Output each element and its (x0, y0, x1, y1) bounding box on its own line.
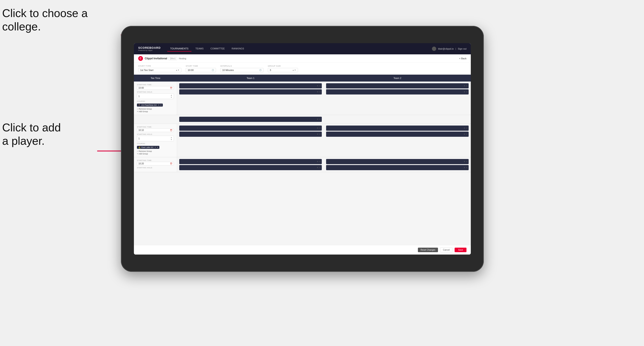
user-email: blair@clippd.io (438, 47, 454, 50)
remove-group-1[interactable]: ○ Remove Group (137, 108, 174, 110)
player-slot-4-2[interactable]: ✕ ▾ (326, 132, 469, 137)
group-size-select[interactable]: 3 ▲▼ (268, 68, 298, 72)
remove-player-icon-13[interactable]: ✕ (464, 167, 466, 169)
starting-time-input-3[interactable]: 10:20 ⏰ (137, 162, 174, 166)
nav-committee[interactable]: COMMITTEE (208, 46, 228, 52)
course-tag-2[interactable]: ⛳ East Lake GC ✕ ▾ (137, 146, 160, 149)
player-chevron-icon-10[interactable]: ▾ (320, 161, 320, 163)
nav-teams[interactable]: TEAMS (192, 46, 207, 52)
remove-player-icon-6[interactable]: ✕ (317, 127, 318, 129)
cancel-button[interactable]: Cancel (440, 247, 452, 252)
chevron-down-icon: ▲▼ (176, 69, 180, 71)
remove-player-icon-2[interactable]: ✕ (317, 91, 318, 93)
remove-player-icon-8[interactable]: ✕ (464, 127, 466, 129)
player-chevron-icon-9[interactable]: ▾ (466, 133, 467, 135)
player-chevron-icon-8[interactable]: ▾ (466, 127, 467, 129)
remove-player-icon[interactable]: ✕ (317, 85, 318, 87)
starting-time-input-1[interactable]: 10:00 ⏰ (137, 86, 174, 90)
player-slot-4-1[interactable]: ✕ ▾ (326, 126, 469, 131)
player-chevron-icon-13[interactable]: ▾ (466, 167, 467, 169)
save-button[interactable]: Save (454, 248, 466, 252)
team1-header: Team 1 (177, 76, 324, 80)
reset-button[interactable]: Reset Changes (418, 248, 438, 252)
annotation-add-player: Click to add a player. (2, 121, 61, 148)
player-slot-1-1[interactable]: ✕ ▾ (179, 83, 322, 88)
group-3-left: STARTING TIME: 10:20 ⏰ STARTING HOLE: (134, 157, 177, 172)
tablet-device: SCOREBOARD Powered by clippd TOURNAMENTS… (121, 26, 484, 272)
player-chevron-icon-11[interactable]: ▾ (320, 167, 320, 169)
starting-hole-label-3: STARTING HOLE: (137, 167, 174, 169)
remove-player-icon-9[interactable]: ✕ (464, 133, 466, 135)
start-time-group: Start Time 10:00 🕐 (186, 65, 216, 72)
group-1-left: STARTING TIME: 10:00 ⏰ STARTING HOLE: 1 … (134, 82, 177, 115)
table-row-2: STARTING TIME: 10:10 ⏰ STARTING HOLE: 1 … (134, 124, 471, 157)
course-chevron-1[interactable]: ▾ (160, 104, 162, 106)
player-slot-6-1[interactable]: ✕ ▾ (326, 159, 469, 164)
remove-player-icon-4[interactable]: ✕ (464, 91, 466, 93)
starting-time-input-2[interactable]: 10:10 ⏰ (137, 128, 174, 132)
player-slot-6-2[interactable]: ✕ ▾ (326, 165, 469, 170)
course-left-spacer (134, 115, 177, 124)
remove-player-icon-7[interactable]: ✕ (317, 133, 318, 135)
player-slot-5-1[interactable]: ✕ ▾ (179, 159, 322, 164)
remove-player-icon-5[interactable]: ✕ (317, 118, 318, 120)
nav-items: TOURNAMENTS TEAMS COMMITTEE RANKINGS (167, 46, 432, 52)
start-type-group: Start Type 1st Tee Start ▲▼ (138, 65, 182, 72)
player-slot-2-2[interactable]: ✕ ▾ (326, 89, 469, 94)
starting-time-label-3: STARTING TIME: (137, 160, 174, 161)
groups-container: STARTING TIME: 10:00 ⏰ STARTING HOLE: 1 … (134, 82, 471, 245)
remove-player-icon-12[interactable]: ✕ (464, 161, 466, 163)
clock-icon-5: ⏰ (170, 163, 172, 165)
player-chevron-icon[interactable]: ▾ (320, 85, 320, 87)
intervals-group: Intervals 10 Minutes 🕐 (220, 65, 264, 72)
player-slot-1-2[interactable]: ✕ ▾ (179, 89, 322, 94)
player-chevron-icon-2[interactable]: ▾ (320, 91, 320, 93)
group-1-actions: ○ Remove Group + Add Group (137, 108, 174, 113)
team2-col-2: ✕ ▾ ✕ ▾ (324, 124, 471, 157)
hosting-badge: Hosting (179, 57, 186, 60)
remove-player-icon-3[interactable]: ✕ (464, 85, 466, 87)
player-chevron-icon-5[interactable]: ▾ (320, 118, 320, 120)
remove-group-2[interactable]: ○ Remove Group (137, 150, 174, 152)
player-chevron-icon-4[interactable]: ▾ (466, 91, 467, 93)
group-size-label: Group Size (268, 65, 298, 67)
start-time-select[interactable]: 10:00 🕐 (186, 68, 216, 72)
player-slot-3-2[interactable]: ✕ ▾ (179, 132, 322, 137)
brand-sub: Powered by clippd (138, 49, 161, 51)
remove-course-2[interactable]: ✕ (154, 146, 156, 148)
stepper-icon-1: ▲▼ (170, 94, 172, 98)
player-slot-1-3[interactable]: ✕ ▾ (179, 117, 322, 122)
remove-player-icon-11[interactable]: ✕ (317, 167, 318, 169)
clock-icon-4: ⏰ (170, 129, 172, 131)
player-chevron-icon-12[interactable]: ▾ (466, 161, 467, 163)
remove-course-1[interactable]: ✕ (158, 104, 160, 106)
team2-col-1: ✕ ▾ ✕ ▾ (324, 82, 471, 115)
group-2-left: STARTING TIME: 10:10 ⏰ STARTING HOLE: 1 … (134, 124, 177, 157)
back-button[interactable]: < Back (459, 57, 466, 60)
start-type-select[interactable]: 1st Tee Start ▲▼ (138, 68, 182, 72)
sign-out-link[interactable]: Sign out (458, 47, 466, 50)
start-time-label: Start Time (186, 65, 216, 67)
intervals-select[interactable]: 10 Minutes 🕐 (220, 68, 264, 72)
add-group-2[interactable]: + Add Group (137, 153, 174, 155)
player-chevron-icon-3[interactable]: ▾ (466, 85, 467, 87)
player-chevron-icon-6[interactable]: ▾ (320, 127, 320, 129)
course-tag-1[interactable]: 🏌 (A) Peachtree GC ✕ ▾ (137, 104, 163, 107)
starting-hole-input-1[interactable]: 1 ▲▼ (137, 93, 174, 99)
player-slot-3-1[interactable]: ✕ ▾ (179, 126, 322, 131)
nav-rankings[interactable]: RANKINGS (229, 46, 247, 52)
clock-icon: 🕐 (212, 69, 214, 71)
player-slot-5-2[interactable]: ✕ ▾ (179, 165, 322, 170)
course-label-1: COURSE: (137, 100, 174, 102)
player-slot-2-1[interactable]: ✕ ▾ (326, 83, 469, 88)
event-title: Clippd Invitational (145, 57, 167, 60)
starting-hole-input-2[interactable]: 1 ▲▼ (137, 136, 174, 141)
tee-time-header: Tee Time (134, 76, 177, 80)
starting-hole-label-1: STARTING HOLE: (137, 91, 174, 93)
player-chevron-icon-7[interactable]: ▾ (320, 133, 320, 135)
add-group-1[interactable]: + Add Group (137, 110, 174, 113)
tablet-screen: SCOREBOARD Powered by clippd TOURNAMENTS… (134, 43, 471, 255)
remove-player-icon-10[interactable]: ✕ (317, 161, 318, 163)
course-chevron-2[interactable]: ▾ (157, 146, 158, 148)
nav-tournaments[interactable]: TOURNAMENTS (167, 46, 192, 52)
